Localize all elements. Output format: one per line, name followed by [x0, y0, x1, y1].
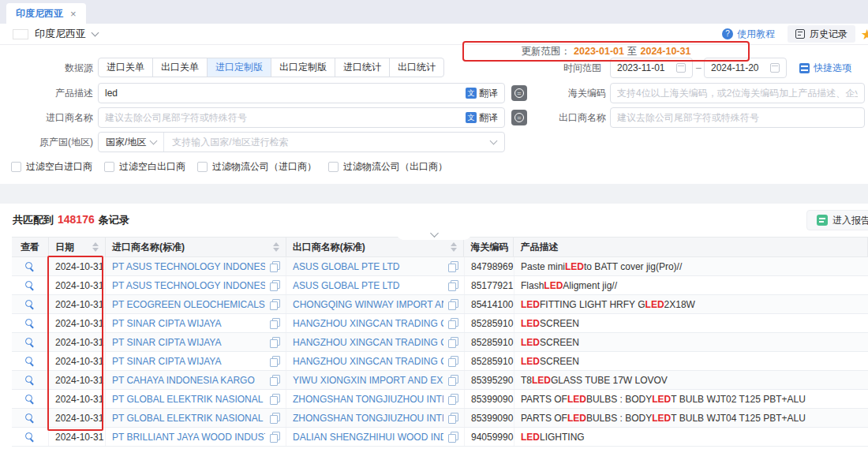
filter-checkbox-3[interactable]: 过滤物流公司（进口商）: [197, 160, 316, 174]
filter-checkbox-2[interactable]: 过滤空白出口商: [104, 160, 185, 174]
copy-icon[interactable]: [448, 394, 458, 404]
importer-link[interactable]: PT ECOGREEN OLEOCHEMICALS: [112, 299, 265, 310]
tab-indonesia[interactable]: 印度尼西亚 ×: [6, 3, 86, 24]
highlight-term: LED: [567, 394, 586, 405]
highlight-term: LED: [521, 356, 540, 367]
exporter-link[interactable]: HANGZHOU XINGCAN TRADING CO LTD: [293, 318, 443, 329]
copy-icon[interactable]: [270, 432, 279, 442]
view-record-icon[interactable]: [25, 262, 35, 271]
importer-link[interactable]: PT ASUS TECHNOLOGY INDONESIA BA...: [112, 261, 265, 272]
column-header-2[interactable]: 日期: [49, 238, 106, 256]
column-header-3[interactable]: 进口商名称(标准): [106, 238, 286, 256]
copy-icon[interactable]: [270, 356, 279, 366]
quick-options-link[interactable]: 快捷选项: [799, 58, 851, 78]
exporter-link[interactable]: HANGZHOU XINGCAN TRADING CO LTD: [293, 356, 443, 367]
filter-checkbox-1[interactable]: 过滤空白进口商: [11, 160, 92, 174]
importer-link[interactable]: PT SINAR CIPTA WIJAYA: [112, 356, 265, 367]
match-count: 148176: [58, 213, 95, 226]
view-record-icon[interactable]: [25, 300, 35, 309]
exporter-link[interactable]: ZHONGSHAN TONGJIUZHOU INTERNA...: [293, 394, 443, 405]
results-table: 查看日期进口商名称(标准)出口商名称(标准)海关编码产品描述 2024-10-3…: [12, 237, 868, 447]
enter-report-label: 进入报告: [832, 214, 868, 227]
favorite-star-icon[interactable]: ★: [861, 26, 868, 43]
country-chevron-down-icon[interactable]: [92, 29, 99, 37]
importer-link[interactable]: PT CAHAYA INDONESIA KARGO: [112, 375, 265, 386]
data-source-tab-3[interactable]: 进口定制版: [207, 58, 271, 77]
data-source-tab-6[interactable]: 出口统计: [389, 58, 444, 77]
importer-link[interactable]: PT GLOBAL ELEKTRIK NASIONAL: [112, 413, 265, 424]
column-header-4[interactable]: 出口商名称(标准): [286, 238, 465, 256]
checkbox-icon[interactable]: [104, 162, 114, 172]
copy-icon[interactable]: [448, 280, 458, 290]
translate-button[interactable]: 文 翻译: [466, 111, 498, 125]
copy-icon[interactable]: [448, 318, 458, 328]
copy-icon[interactable]: [448, 356, 458, 366]
copy-icon[interactable]: [448, 337, 458, 347]
view-record-icon[interactable]: [25, 376, 35, 385]
exact-match-button[interactable]: =: [511, 110, 527, 125]
checkbox-icon[interactable]: [197, 162, 208, 172]
copy-icon[interactable]: [270, 337, 279, 347]
exporter-link[interactable]: ZHONGSHAN TONGJIUZHOU INTERNA...: [293, 413, 443, 424]
copy-icon[interactable]: [270, 261, 279, 271]
origin-type-dropdown[interactable]: 国家/地区: [99, 133, 164, 152]
importer-cell: PT BRILLIANT JAYA WOOD INDUSTRY: [106, 428, 286, 446]
data-source-tab-4[interactable]: 出口定制版: [271, 58, 335, 77]
view-record-icon[interactable]: [25, 432, 35, 442]
copy-icon[interactable]: [270, 394, 279, 404]
copy-icon[interactable]: [270, 375, 279, 385]
enter-report-button[interactable]: 进入报告: [806, 210, 868, 230]
data-source-tab-1[interactable]: 进口关单: [98, 58, 153, 77]
view-cell: [12, 257, 49, 275]
exporter-link[interactable]: DALIAN SHENGZHIHUI WOOD INDUST...: [293, 432, 443, 443]
exporter-cell: ZHONGSHAN TONGJIUZHOU INTERNA...: [286, 409, 465, 427]
product-desc-input[interactable]: [105, 88, 461, 99]
origin-country-select[interactable]: 国家/地区 支持输入国家/地区进行检索: [98, 132, 505, 152]
copy-icon[interactable]: [270, 318, 279, 328]
sort-icon[interactable]: [268, 242, 279, 252]
exact-match-button[interactable]: =: [511, 85, 527, 101]
importer-link[interactable]: PT SINAR CIPTA WIJAYA: [112, 337, 265, 348]
importer-link[interactable]: PT ASUS TECHNOLOGY INDONESIA BA...: [112, 280, 265, 291]
importer-input[interactable]: [105, 112, 461, 123]
collapse-form-handle[interactable]: [396, 229, 472, 240]
exporter-link[interactable]: YIWU XIONGXIN IMPORT AND EXPORT...: [293, 375, 443, 386]
data-source-tab-5[interactable]: 进口统计: [335, 58, 390, 77]
sort-icon[interactable]: [446, 242, 457, 252]
importer-link[interactable]: PT BRILLIANT JAYA WOOD INDUSTRY: [112, 432, 265, 443]
checkbox-icon[interactable]: [11, 162, 21, 172]
copy-icon[interactable]: [448, 299, 458, 309]
sort-icon[interactable]: [88, 242, 99, 252]
exporter-link[interactable]: ASUS GLOBAL PTE LTD: [293, 261, 443, 272]
copy-icon[interactable]: [270, 299, 279, 309]
view-record-icon[interactable]: [25, 357, 35, 366]
view-record-icon[interactable]: [25, 281, 35, 290]
tutorial-link[interactable]: ? 使用教程: [722, 28, 775, 41]
view-record-icon[interactable]: [25, 413, 35, 423]
copy-icon[interactable]: [448, 413, 458, 423]
tab-close-icon[interactable]: ×: [70, 8, 77, 20]
exporter-link[interactable]: CHONGQING WINWAY IMPORT AND E...: [293, 299, 443, 310]
translate-label: 翻译: [479, 111, 498, 125]
hs-code-input[interactable]: [617, 88, 858, 99]
copy-icon[interactable]: [270, 413, 279, 423]
importer-link[interactable]: PT SINAR CIPTA WIJAYA: [112, 318, 265, 329]
highlight-term: LED: [652, 413, 671, 424]
translate-button[interactable]: 文 翻译: [466, 87, 498, 100]
history-button[interactable]: 历史记录: [788, 25, 855, 43]
copy-icon[interactable]: [448, 432, 458, 442]
data-source-tab-2[interactable]: 出口关单: [152, 58, 208, 77]
exporter-link[interactable]: HANGZHOU XINGCAN TRADING CO LTD: [293, 337, 443, 348]
copy-icon[interactable]: [448, 261, 458, 271]
view-record-icon[interactable]: [25, 338, 35, 347]
copy-icon[interactable]: [270, 280, 279, 290]
copy-icon[interactable]: [448, 375, 458, 385]
checkbox-icon[interactable]: [328, 162, 339, 172]
filter-checkbox-4[interactable]: 过滤物流公司（出口商）: [328, 160, 447, 174]
exporter-input[interactable]: [617, 112, 858, 123]
view-record-icon[interactable]: [25, 319, 35, 328]
exporter-link[interactable]: ASUS GLOBAL PTE LTD: [293, 280, 443, 291]
history-icon: [795, 29, 805, 39]
view-record-icon[interactable]: [25, 395, 35, 404]
importer-link[interactable]: PT GLOBAL ELEKTRIK NASIONAL: [112, 394, 265, 405]
